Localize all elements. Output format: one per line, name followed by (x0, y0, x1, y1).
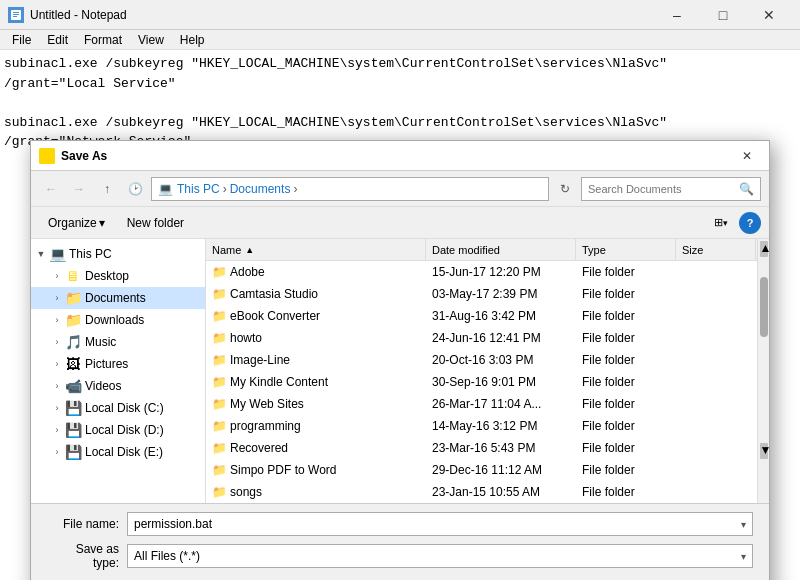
sidebar-item-videos[interactable]: › 📹 Videos (31, 375, 205, 397)
file-folder-icon: 📁 (212, 287, 226, 301)
nav-back-button[interactable]: ← (39, 177, 63, 201)
dialog-title: Save As (61, 149, 733, 163)
file-folder-icon: 📁 (212, 463, 226, 477)
sidebar-item-local-disk-c[interactable]: › 💾 Local Disk (C:) (31, 397, 205, 419)
file-folder-icon: 📁 (212, 353, 226, 367)
table-row[interactable]: 📁 Camtasia Studio 03-May-17 2:39 PM File… (206, 283, 757, 305)
scrollbar[interactable]: ▲ ▼ (757, 239, 769, 503)
table-row[interactable]: 📁 howto 24-Jun-16 12:41 PM File folder (206, 327, 757, 349)
table-row[interactable]: 📁 My Web Sites 26-Mar-17 11:04 A... File… (206, 393, 757, 415)
search-icon: 🔍 (739, 182, 754, 196)
sidebar-item-desktop[interactable]: › 🖥 Desktop (31, 265, 205, 287)
col-header-type[interactable]: Type (576, 239, 676, 260)
file-name-cell: 📁 Adobe (206, 265, 426, 279)
filetype-arrow: ▾ (741, 551, 746, 562)
local-disk-c-toggle: › (51, 402, 63, 414)
nav-up-button[interactable]: ↑ (95, 177, 119, 201)
desktop-icon: 🖥 (65, 268, 81, 284)
thispc-icon: 💻 (49, 246, 65, 262)
file-type-cell: File folder (576, 397, 676, 411)
scroll-up-button[interactable]: ▲ (760, 241, 768, 257)
filetype-dropdown[interactable]: All Files (*.*) ▾ (127, 544, 753, 568)
breadcrumb-separator-1: › (223, 182, 227, 196)
file-type-cell: File folder (576, 331, 676, 345)
nav-refresh-button[interactable]: ↻ (553, 177, 577, 201)
sidebar-item-local-disk-e[interactable]: › 💾 Local Disk (E:) (31, 441, 205, 463)
file-folder-icon: 📁 (212, 309, 226, 323)
dialog-titlebar: Save As ✕ (31, 141, 769, 171)
filetype-label: Save as type: (47, 542, 127, 570)
help-button[interactable]: ? (739, 212, 761, 234)
nav-forward-button[interactable]: → (67, 177, 91, 201)
breadcrumb-bar[interactable]: 💻 This PC › Documents › (151, 177, 549, 201)
file-name-cell: 📁 My Web Sites (206, 397, 426, 411)
filename-input[interactable] (134, 517, 741, 531)
table-row[interactable]: 📁 Image-Line 20-Oct-16 3:03 PM File fold… (206, 349, 757, 371)
file-list-header: Name ▲ Date modified Type Size (206, 239, 757, 261)
sidebar-item-documents[interactable]: › 📁 Documents (31, 287, 205, 309)
file-name: howto (230, 331, 262, 345)
file-folder-icon: 📁 (212, 375, 226, 389)
documents-icon: 📁 (65, 290, 81, 306)
file-name-cell: 📁 Camtasia Studio (206, 287, 426, 301)
nav-recent-button[interactable]: 🕑 (123, 177, 147, 201)
file-date-cell: 23-Mar-16 5:43 PM (426, 441, 576, 455)
file-name-cell: 📁 eBook Converter (206, 309, 426, 323)
col-header-name[interactable]: Name ▲ (206, 239, 426, 260)
filename-dropdown-arrow[interactable]: ▾ (741, 519, 746, 530)
table-row[interactable]: 📁 eBook Converter 31-Aug-16 3:42 PM File… (206, 305, 757, 327)
scrollbar-thumb[interactable] (760, 277, 768, 337)
file-folder-icon: 📁 (212, 485, 226, 499)
search-box[interactable]: 🔍 (581, 177, 761, 201)
file-folder-icon: 📁 (212, 331, 226, 345)
breadcrumb-documents[interactable]: Documents (230, 182, 291, 196)
local-disk-e-toggle: › (51, 446, 63, 458)
table-row[interactable]: 📁 My Kindle Content 30-Sep-16 9:01 PM Fi… (206, 371, 757, 393)
file-name: eBook Converter (230, 309, 320, 323)
music-toggle: › (51, 336, 63, 348)
local-disk-e-icon: 💾 (65, 444, 81, 460)
local-disk-d-label: Local Disk (D:) (85, 423, 164, 437)
col-header-size[interactable]: Size (676, 239, 756, 260)
search-input[interactable] (588, 183, 735, 195)
table-row[interactable]: 📁 Adobe 15-Jun-17 12:20 PM File folder (206, 261, 757, 283)
table-row[interactable]: 📁 Simpo PDF to Word 29-Dec-16 11:12 AM F… (206, 459, 757, 481)
dialog-main: ▼ 💻 This PC › 🖥 Desktop › 📁 Documents › … (31, 239, 769, 503)
sidebar-item-music[interactable]: › 🎵 Music (31, 331, 205, 353)
local-disk-d-toggle: › (51, 424, 63, 436)
sidebar: ▼ 💻 This PC › 🖥 Desktop › 📁 Documents › … (31, 239, 206, 503)
table-row[interactable]: 📁 Recovered 23-Mar-16 5:43 PM File folde… (206, 437, 757, 459)
file-name: Camtasia Studio (230, 287, 318, 301)
file-date-cell: 15-Jun-17 12:20 PM (426, 265, 576, 279)
downloads-toggle: › (51, 314, 63, 326)
file-type-cell: File folder (576, 441, 676, 455)
dialog-form: File name: ▾ Save as type: All Files (*.… (31, 503, 769, 580)
dialog-close-button[interactable]: ✕ (733, 146, 761, 166)
table-row[interactable]: 📁 programming 14-May-16 3:12 PM File fol… (206, 415, 757, 437)
thispc-toggle: ▼ (35, 248, 47, 260)
breadcrumb-icon: 💻 (158, 182, 173, 196)
sidebar-item-thispc[interactable]: ▼ 💻 This PC (31, 243, 205, 265)
filename-input-container[interactable]: ▾ (127, 512, 753, 536)
file-type-cell: File folder (576, 309, 676, 323)
file-name-cell: 📁 Recovered (206, 441, 426, 455)
file-date-cell: 26-Mar-17 11:04 A... (426, 397, 576, 411)
table-row[interactable]: 📁 songs 23-Jan-15 10:55 AM File folder (206, 481, 757, 503)
col-type-label: Type (582, 244, 606, 256)
file-date-cell: 03-May-17 2:39 PM (426, 287, 576, 301)
col-header-date[interactable]: Date modified (426, 239, 576, 260)
scroll-down-button[interactable]: ▼ (760, 443, 768, 459)
file-date-cell: 31-Aug-16 3:42 PM (426, 309, 576, 323)
new-folder-button[interactable]: New folder (118, 212, 193, 234)
breadcrumb-root[interactable]: This PC (177, 182, 220, 196)
breadcrumb-end: › (293, 182, 297, 196)
sidebar-item-local-disk-d[interactable]: › 💾 Local Disk (D:) (31, 419, 205, 441)
view-icon: ⊞ (714, 216, 723, 229)
sidebar-item-pictures[interactable]: › 🖼 Pictures (31, 353, 205, 375)
organize-button[interactable]: Organize ▾ (39, 212, 114, 234)
thispc-label: This PC (69, 247, 112, 261)
sidebar-item-downloads[interactable]: › 📁 Downloads (31, 309, 205, 331)
file-type-cell: File folder (576, 287, 676, 301)
file-rows: 📁 Adobe 15-Jun-17 12:20 PM File folder 📁… (206, 261, 757, 503)
view-button[interactable]: ⊞ ▾ (707, 212, 735, 234)
